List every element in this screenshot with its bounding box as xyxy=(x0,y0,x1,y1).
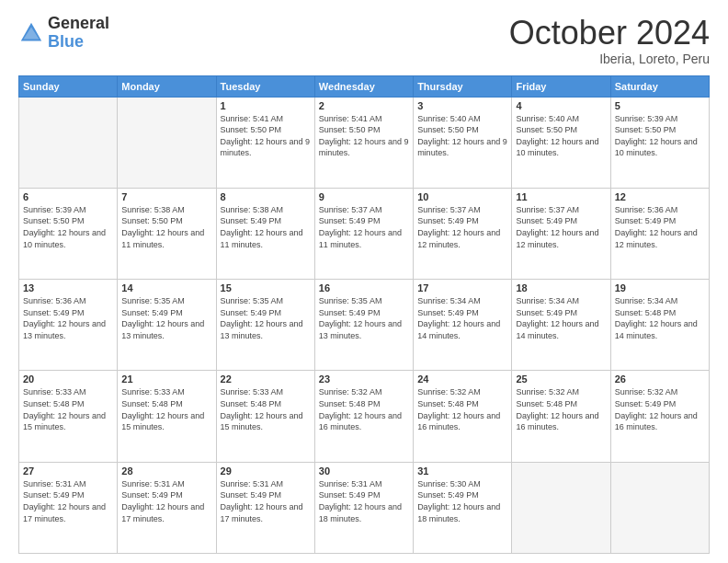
day-info: Sunrise: 5:37 AM Sunset: 5:49 PM Dayligh… xyxy=(516,204,606,250)
weekday-header: Friday xyxy=(512,75,610,97)
calendar-cell: 4Sunrise: 5:40 AM Sunset: 5:50 PM Daylig… xyxy=(512,97,610,188)
day-info: Sunrise: 5:31 AM Sunset: 5:49 PM Dayligh… xyxy=(221,478,311,524)
calendar-cell xyxy=(19,97,118,188)
day-number: 6 xyxy=(23,191,113,202)
day-info: Sunrise: 5:38 AM Sunset: 5:50 PM Dayligh… xyxy=(121,204,211,250)
calendar-cell: 2Sunrise: 5:41 AM Sunset: 5:50 PM Daylig… xyxy=(314,97,413,188)
day-number: 12 xyxy=(615,191,705,202)
day-info: Sunrise: 5:36 AM Sunset: 5:49 PM Dayligh… xyxy=(23,295,113,341)
calendar-cell: 5Sunrise: 5:39 AM Sunset: 5:50 PM Daylig… xyxy=(610,97,709,188)
day-number: 18 xyxy=(516,282,606,293)
calendar-cell: 15Sunrise: 5:35 AM Sunset: 5:49 PM Dayli… xyxy=(216,280,314,371)
weekday-row: SundayMondayTuesdayWednesdayThursdayFrid… xyxy=(19,75,710,97)
day-info: Sunrise: 5:34 AM Sunset: 5:48 PM Dayligh… xyxy=(615,295,705,341)
calendar-cell: 21Sunrise: 5:33 AM Sunset: 5:48 PM Dayli… xyxy=(118,371,216,462)
day-info: Sunrise: 5:35 AM Sunset: 5:49 PM Dayligh… xyxy=(121,295,211,341)
calendar-cell: 7Sunrise: 5:38 AM Sunset: 5:50 PM Daylig… xyxy=(118,188,216,279)
day-number: 30 xyxy=(319,465,409,477)
day-number: 17 xyxy=(417,282,507,293)
day-info: Sunrise: 5:41 AM Sunset: 5:50 PM Dayligh… xyxy=(319,113,409,159)
day-info: Sunrise: 5:38 AM Sunset: 5:49 PM Dayligh… xyxy=(221,204,311,250)
calendar-cell: 29Sunrise: 5:31 AM Sunset: 5:49 PM Dayli… xyxy=(216,462,314,553)
day-number: 23 xyxy=(319,373,409,385)
calendar-cell: 10Sunrise: 5:37 AM Sunset: 5:49 PM Dayli… xyxy=(414,188,512,279)
calendar-cell: 1Sunrise: 5:41 AM Sunset: 5:50 PM Daylig… xyxy=(216,97,314,188)
day-number: 13 xyxy=(23,282,113,293)
day-number: 15 xyxy=(221,282,311,293)
calendar-cell: 24Sunrise: 5:32 AM Sunset: 5:48 PM Dayli… xyxy=(414,371,512,462)
day-number: 2 xyxy=(319,100,409,111)
day-number: 1 xyxy=(221,100,311,111)
weekday-header: Monday xyxy=(118,75,216,97)
day-info: Sunrise: 5:35 AM Sunset: 5:49 PM Dayligh… xyxy=(221,295,311,341)
day-info: Sunrise: 5:34 AM Sunset: 5:49 PM Dayligh… xyxy=(516,295,606,341)
logo: General Blue xyxy=(18,15,109,52)
calendar-cell: 26Sunrise: 5:32 AM Sunset: 5:49 PM Dayli… xyxy=(610,371,709,462)
day-info: Sunrise: 5:32 AM Sunset: 5:48 PM Dayligh… xyxy=(516,386,606,432)
calendar-cell: 8Sunrise: 5:38 AM Sunset: 5:49 PM Daylig… xyxy=(216,188,314,279)
day-number: 24 xyxy=(417,373,507,385)
day-number: 4 xyxy=(516,100,606,111)
header: General Blue October 2024 Iberia, Loreto… xyxy=(18,15,710,66)
logo-general: General xyxy=(48,15,109,33)
day-info: Sunrise: 5:31 AM Sunset: 5:49 PM Dayligh… xyxy=(319,478,409,524)
day-info: Sunrise: 5:31 AM Sunset: 5:49 PM Dayligh… xyxy=(23,478,113,524)
logo-text: General Blue xyxy=(48,15,109,52)
day-info: Sunrise: 5:40 AM Sunset: 5:50 PM Dayligh… xyxy=(516,113,606,159)
day-info: Sunrise: 5:39 AM Sunset: 5:50 PM Dayligh… xyxy=(615,113,705,159)
calendar-cell: 20Sunrise: 5:33 AM Sunset: 5:48 PM Dayli… xyxy=(19,371,118,462)
day-number: 10 xyxy=(417,191,507,202)
day-info: Sunrise: 5:36 AM Sunset: 5:49 PM Dayligh… xyxy=(615,204,705,250)
calendar-week: 1Sunrise: 5:41 AM Sunset: 5:50 PM Daylig… xyxy=(19,97,710,188)
location: Iberia, Loreto, Peru xyxy=(509,52,710,66)
day-number: 31 xyxy=(417,465,507,477)
day-number: 16 xyxy=(319,282,409,293)
day-number: 11 xyxy=(516,191,606,202)
calendar-cell: 30Sunrise: 5:31 AM Sunset: 5:49 PM Dayli… xyxy=(314,462,413,553)
day-number: 21 xyxy=(121,373,211,385)
logo-icon xyxy=(18,20,44,46)
day-info: Sunrise: 5:34 AM Sunset: 5:49 PM Dayligh… xyxy=(417,295,507,341)
weekday-header: Sunday xyxy=(19,75,118,97)
day-number: 14 xyxy=(121,282,211,293)
day-number: 29 xyxy=(221,465,311,477)
day-number: 25 xyxy=(516,373,606,385)
weekday-header: Thursday xyxy=(414,75,512,97)
calendar-cell: 14Sunrise: 5:35 AM Sunset: 5:49 PM Dayli… xyxy=(118,280,216,371)
calendar-header: SundayMondayTuesdayWednesdayThursdayFrid… xyxy=(19,75,710,97)
page: General Blue October 2024 Iberia, Loreto… xyxy=(0,0,728,563)
day-number: 8 xyxy=(221,191,311,202)
day-info: Sunrise: 5:37 AM Sunset: 5:49 PM Dayligh… xyxy=(319,204,409,250)
day-number: 3 xyxy=(417,100,507,111)
calendar-cell xyxy=(118,97,216,188)
day-info: Sunrise: 5:32 AM Sunset: 5:48 PM Dayligh… xyxy=(417,386,507,432)
calendar: SundayMondayTuesdayWednesdayThursdayFrid… xyxy=(18,75,710,554)
day-info: Sunrise: 5:33 AM Sunset: 5:48 PM Dayligh… xyxy=(23,386,113,432)
title-block: October 2024 Iberia, Loreto, Peru xyxy=(509,15,710,66)
calendar-cell: 19Sunrise: 5:34 AM Sunset: 5:48 PM Dayli… xyxy=(610,280,709,371)
day-number: 5 xyxy=(615,100,705,111)
calendar-cell: 9Sunrise: 5:37 AM Sunset: 5:49 PM Daylig… xyxy=(314,188,413,279)
calendar-cell: 13Sunrise: 5:36 AM Sunset: 5:49 PM Dayli… xyxy=(19,280,118,371)
day-number: 28 xyxy=(121,465,211,477)
calendar-cell: 31Sunrise: 5:30 AM Sunset: 5:49 PM Dayli… xyxy=(414,462,512,553)
calendar-cell: 28Sunrise: 5:31 AM Sunset: 5:49 PM Dayli… xyxy=(118,462,216,553)
calendar-cell xyxy=(610,462,709,553)
day-info: Sunrise: 5:33 AM Sunset: 5:48 PM Dayligh… xyxy=(121,386,211,432)
day-info: Sunrise: 5:31 AM Sunset: 5:49 PM Dayligh… xyxy=(121,478,211,524)
calendar-week: 13Sunrise: 5:36 AM Sunset: 5:49 PM Dayli… xyxy=(19,280,710,371)
calendar-week: 6Sunrise: 5:39 AM Sunset: 5:50 PM Daylig… xyxy=(19,188,710,279)
calendar-cell: 11Sunrise: 5:37 AM Sunset: 5:49 PM Dayli… xyxy=(512,188,610,279)
day-info: Sunrise: 5:32 AM Sunset: 5:48 PM Dayligh… xyxy=(319,386,409,432)
day-number: 19 xyxy=(615,282,705,293)
day-info: Sunrise: 5:32 AM Sunset: 5:49 PM Dayligh… xyxy=(615,386,705,432)
day-info: Sunrise: 5:30 AM Sunset: 5:49 PM Dayligh… xyxy=(417,478,507,524)
day-info: Sunrise: 5:37 AM Sunset: 5:49 PM Dayligh… xyxy=(417,204,507,250)
day-number: 20 xyxy=(23,373,113,385)
day-number: 22 xyxy=(221,373,311,385)
weekday-header: Saturday xyxy=(610,75,709,97)
day-info: Sunrise: 5:40 AM Sunset: 5:50 PM Dayligh… xyxy=(417,113,507,159)
calendar-cell: 6Sunrise: 5:39 AM Sunset: 5:50 PM Daylig… xyxy=(19,188,118,279)
calendar-cell: 27Sunrise: 5:31 AM Sunset: 5:49 PM Dayli… xyxy=(19,462,118,553)
weekday-header: Tuesday xyxy=(216,75,314,97)
